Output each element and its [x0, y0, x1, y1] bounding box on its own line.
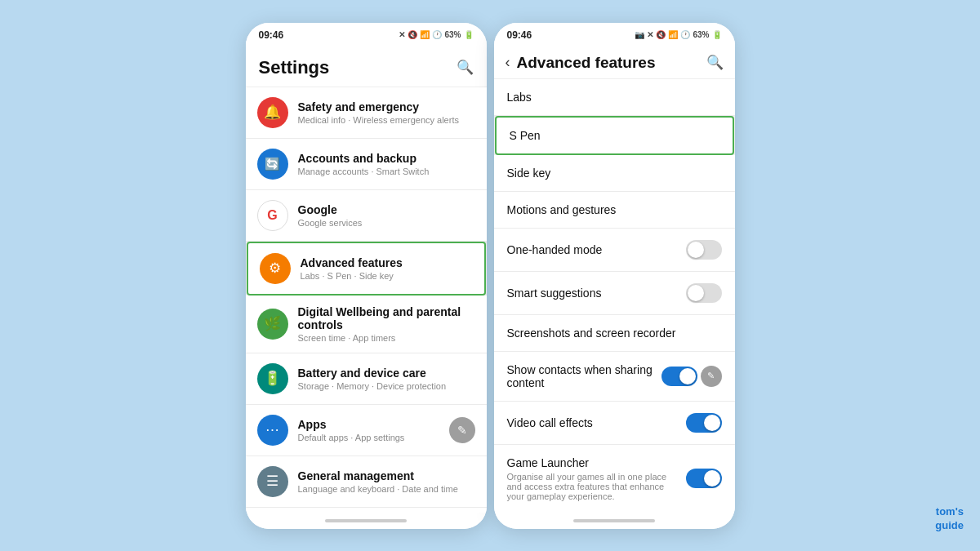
gamelauncher-sub: Organise all your games all in one place… — [507, 472, 678, 501]
labs-label: Labs — [507, 91, 532, 104]
settings-item-accessibility[interactable]: ♿ Accessibility TalkBack · Mono audio · … — [246, 508, 487, 513]
settings-header: Settings 🔍 — [246, 46, 487, 87]
adv-item-motions[interactable]: Motions and gestures — [494, 192, 735, 229]
settings-item-accounts[interactable]: 🔄 Accounts and backup Manage accounts · … — [246, 139, 487, 190]
gamelauncher-toggle[interactable] — [686, 469, 722, 488]
safety-icon: 🔔 — [257, 97, 288, 128]
safety-sub: Medical info · Wireless emergency alerts — [298, 115, 475, 125]
smartsugg-toggle[interactable] — [686, 283, 722, 303]
apps-text: Apps Default apps · App settings — [298, 418, 449, 442]
phone-advanced: 09:46 📷 ✕ 🔇 📶 🕐 63% 🔋 ‹ Advanced feature… — [494, 23, 735, 529]
battery-pct-1: 63% — [444, 30, 461, 39]
labs-text: Labs — [507, 91, 532, 104]
motions-label: Motions and gestures — [507, 203, 617, 216]
battery-pct-2: 63% — [693, 30, 709, 39]
videocall-toggle[interactable] — [686, 413, 722, 433]
mute-icon-2: 🔇 — [656, 30, 666, 39]
gamelauncher-knob — [704, 470, 720, 487]
apps-edit-btn[interactable]: ✎ — [449, 417, 475, 443]
time-2: 09:46 — [507, 29, 532, 41]
settings-item-wellbeing[interactable]: 🌿 Digital Wellbeing and parental control… — [246, 295, 487, 353]
wellbeing-icon: 🌿 — [257, 309, 288, 340]
battery-text: Battery and device care Storage · Memory… — [298, 367, 475, 391]
showcontacts-controls: ✎ — [662, 366, 722, 387]
adv-item-spen[interactable]: S Pen — [495, 116, 734, 155]
adv-item-screenshots[interactable]: Screenshots and screen recorder — [494, 315, 735, 352]
signal-icon: ✕ — [399, 30, 405, 39]
home-bar-1 — [325, 519, 407, 522]
gamelauncher-text: Game Launcher Organise all your games al… — [507, 456, 678, 501]
apps-name: Apps — [298, 418, 449, 431]
accounts-name: Accounts and backup — [298, 152, 475, 165]
showcontacts-toggle[interactable] — [662, 367, 697, 386]
mute-icon: 🔇 — [408, 30, 417, 39]
search-icon-2[interactable]: 🔍 — [706, 54, 724, 71]
smartsugg-knob — [688, 285, 704, 301]
status-icons-1: ✕ 🔇 📶 🕐 63% 🔋 — [399, 30, 473, 39]
onehanded-text: One-handed mode — [507, 243, 603, 256]
settings-item-apps[interactable]: ⋯ Apps Default apps · App settings ✎ — [246, 405, 487, 456]
adv-item-showcontacts[interactable]: Show contacts when sharing content ✎ — [494, 352, 735, 402]
showcontacts-label: Show contacts when sharing content — [507, 363, 662, 389]
showcontacts-edit-btn[interactable]: ✎ — [701, 366, 722, 387]
advanced-title: Advanced features — [517, 54, 700, 72]
camera-icon: 📷 — [635, 30, 644, 39]
google-name: Google — [298, 203, 475, 216]
settings-item-advanced[interactable]: ⚙ Advanced features Labs · S Pen · Side … — [247, 242, 486, 295]
adv-item-onehanded[interactable]: One-handed mode — [494, 229, 735, 272]
battery-icon-2: 🔋 — [712, 30, 722, 39]
advanced-header: ‹ Advanced features 🔍 — [494, 46, 735, 79]
wellbeing-text: Digital Wellbeing and parental controls … — [298, 305, 475, 343]
settings-item-safety[interactable]: 🔔 Safety and emergency Medical info · Wi… — [246, 87, 487, 139]
onehanded-knob — [688, 242, 704, 258]
settings-item-google[interactable]: G Google Google services — [246, 190, 487, 242]
toms-guide-watermark: tom's guide — [935, 505, 964, 533]
back-button[interactable]: ‹ — [506, 54, 510, 71]
advanced-sub: Labs · S Pen · Side key — [301, 271, 473, 281]
videocall-text: Video call effects — [507, 416, 593, 429]
accounts-icon: 🔄 — [257, 149, 288, 180]
sidekey-text: Side key — [507, 167, 551, 180]
spen-label: S Pen — [510, 129, 541, 142]
general-text: General management Language and keyboard… — [298, 469, 475, 494]
screenshots-text: Screenshots and screen recorder — [507, 327, 676, 340]
wifi-icon-2: 📶 — [668, 30, 678, 39]
motions-text: Motions and gestures — [507, 203, 617, 216]
phone-settings: 09:46 ✕ 🔇 📶 🕐 63% 🔋 Settings 🔍 🔔 — [246, 23, 487, 529]
settings-title: Settings — [259, 57, 330, 78]
battery-icon-1: 🔋 — [464, 30, 474, 39]
safety-text: Safety and emergency Medical info · Wire… — [298, 100, 475, 125]
battery-icon: 🔋 — [257, 363, 288, 394]
battery-sub: Storage · Memory · Device protection — [298, 381, 475, 391]
advanced-name: Advanced features — [301, 256, 473, 269]
toms-line1: tom's — [935, 505, 964, 519]
settings-item-general[interactable]: ☰ General management Language and keyboa… — [246, 456, 487, 508]
general-name: General management — [298, 469, 475, 482]
settings-item-battery[interactable]: 🔋 Battery and device care Storage · Memo… — [246, 353, 487, 405]
advanced-list: Labs S Pen Side key Motions and gestures — [494, 79, 735, 513]
general-icon: ☰ — [257, 466, 288, 497]
adv-item-gamelauncher[interactable]: Game Launcher Organise all your games al… — [494, 445, 735, 513]
apps-icon: ⋯ — [257, 415, 288, 446]
home-indicator-1 — [246, 513, 487, 529]
adv-item-sidekey[interactable]: Side key — [494, 155, 735, 192]
settings-list: 🔔 Safety and emergency Medical info · Wi… — [246, 87, 487, 513]
home-indicator-2 — [494, 513, 735, 529]
adv-item-videocall[interactable]: Video call effects — [494, 402, 735, 445]
wifi-icon: 📶 — [420, 30, 430, 39]
google-text: Google Google services — [298, 203, 475, 228]
adv-item-smartsugg[interactable]: Smart suggestions — [494, 272, 735, 315]
home-bar-2 — [573, 519, 655, 522]
adv-item-labs[interactable]: Labs — [494, 79, 735, 116]
showcontacts-text: Show contacts when sharing content — [507, 363, 662, 389]
signal-icon-2: ✕ — [647, 30, 653, 39]
wellbeing-sub: Screen time · App timers — [298, 333, 475, 343]
spen-text: S Pen — [510, 129, 541, 142]
smartsugg-text: Smart suggestions — [507, 287, 602, 300]
status-bar-1: 09:46 ✕ 🔇 📶 🕐 63% 🔋 — [246, 23, 487, 46]
wellbeing-name: Digital Wellbeing and parental controls — [298, 305, 475, 331]
google-icon: G — [257, 200, 288, 231]
search-icon-1[interactable]: 🔍 — [457, 59, 474, 76]
safety-name: Safety and emergency — [298, 100, 475, 113]
onehanded-toggle[interactable] — [686, 240, 722, 260]
